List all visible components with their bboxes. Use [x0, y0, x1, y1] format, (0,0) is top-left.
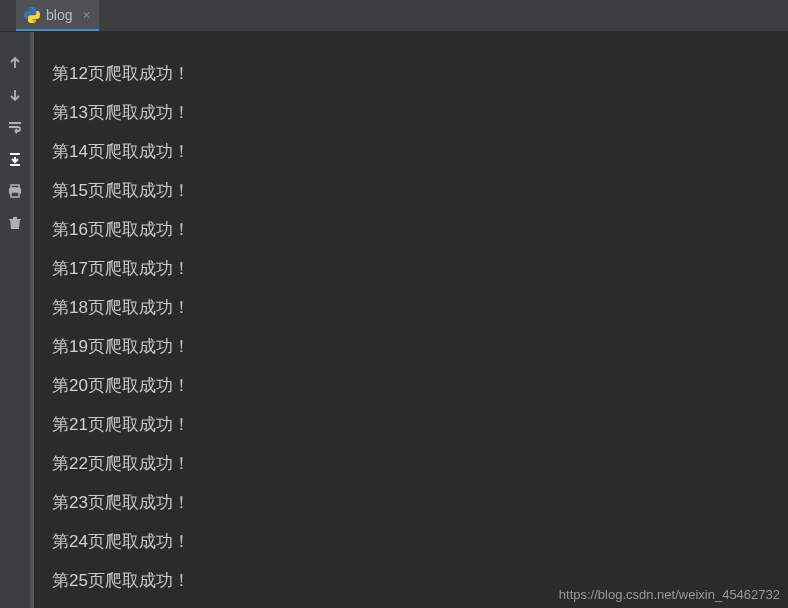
tab-label: blog [46, 7, 72, 23]
output-line: 第13页爬取成功！ [52, 93, 788, 132]
output-line: 第18页爬取成功！ [52, 288, 788, 327]
main-area: 第12页爬取成功！第13页爬取成功！第14页爬取成功！第15页爬取成功！第16页… [0, 32, 788, 608]
line-suffix: 页爬取成功！ [88, 181, 190, 200]
wrap-icon[interactable] [6, 118, 24, 136]
line-prefix: 第 [52, 571, 69, 590]
close-icon[interactable]: × [82, 7, 90, 23]
svg-rect-0 [11, 185, 19, 188]
line-number: 12 [69, 64, 88, 83]
line-number: 21 [69, 415, 88, 434]
line-number: 16 [69, 220, 88, 239]
output-line: 第20页爬取成功！ [52, 366, 788, 405]
line-suffix: 页爬取成功！ [88, 532, 190, 551]
line-suffix: 页爬取成功！ [88, 415, 190, 434]
line-number: 17 [69, 259, 88, 278]
output-line: 第15页爬取成功！ [52, 171, 788, 210]
output-line: 第14页爬取成功！ [52, 132, 788, 171]
line-suffix: 页爬取成功！ [88, 103, 190, 122]
line-prefix: 第 [52, 103, 69, 122]
line-number: 19 [69, 337, 88, 356]
line-suffix: 页爬取成功！ [88, 571, 190, 590]
line-number: 13 [69, 103, 88, 122]
line-prefix: 第 [52, 298, 69, 317]
output-line: 第21页爬取成功！ [52, 405, 788, 444]
line-prefix: 第 [52, 376, 69, 395]
line-number: 25 [69, 571, 88, 590]
line-number: 23 [69, 493, 88, 512]
output-line: 第24页爬取成功！ [52, 522, 788, 561]
line-prefix: 第 [52, 220, 69, 239]
trash-icon[interactable] [6, 214, 24, 232]
line-number: 15 [69, 181, 88, 200]
line-number: 22 [69, 454, 88, 473]
line-number: 18 [69, 298, 88, 317]
line-number: 20 [69, 376, 88, 395]
tab-bar: blog × [0, 0, 788, 32]
output-line: 第12页爬取成功！ [52, 54, 788, 93]
line-suffix: 页爬取成功！ [88, 259, 190, 278]
line-prefix: 第 [52, 415, 69, 434]
line-prefix: 第 [52, 64, 69, 83]
line-prefix: 第 [52, 532, 69, 551]
arrow-up-icon[interactable] [6, 54, 24, 72]
line-suffix: 页爬取成功！ [88, 142, 190, 161]
output-line: 第17页爬取成功！ [52, 249, 788, 288]
toolbar-gutter [0, 32, 30, 608]
output-line: 第22页爬取成功！ [52, 444, 788, 483]
line-prefix: 第 [52, 337, 69, 356]
line-number: 24 [69, 532, 88, 551]
output-line: 第23页爬取成功！ [52, 483, 788, 522]
line-suffix: 页爬取成功！ [88, 493, 190, 512]
line-suffix: 页爬取成功！ [88, 298, 190, 317]
line-prefix: 第 [52, 142, 69, 161]
python-icon [24, 7, 40, 23]
line-number: 14 [69, 142, 88, 161]
line-suffix: 页爬取成功！ [88, 454, 190, 473]
line-suffix: 页爬取成功！ [88, 337, 190, 356]
line-prefix: 第 [52, 259, 69, 278]
svg-rect-2 [11, 192, 19, 197]
watermark: https://blog.csdn.net/weixin_45462732 [559, 587, 780, 602]
line-suffix: 页爬取成功！ [88, 64, 190, 83]
scroll-to-end-icon[interactable] [6, 150, 24, 168]
line-prefix: 第 [52, 181, 69, 200]
output-line: 第16页爬取成功！ [52, 210, 788, 249]
line-suffix: 页爬取成功！ [88, 376, 190, 395]
output-line: 第19页爬取成功！ [52, 327, 788, 366]
console-output[interactable]: 第12页爬取成功！第13页爬取成功！第14页爬取成功！第15页爬取成功！第16页… [34, 32, 788, 608]
line-prefix: 第 [52, 454, 69, 473]
line-suffix: 页爬取成功！ [88, 220, 190, 239]
arrow-down-icon[interactable] [6, 86, 24, 104]
line-prefix: 第 [52, 493, 69, 512]
tab-blog[interactable]: blog × [16, 0, 99, 31]
print-icon[interactable] [6, 182, 24, 200]
